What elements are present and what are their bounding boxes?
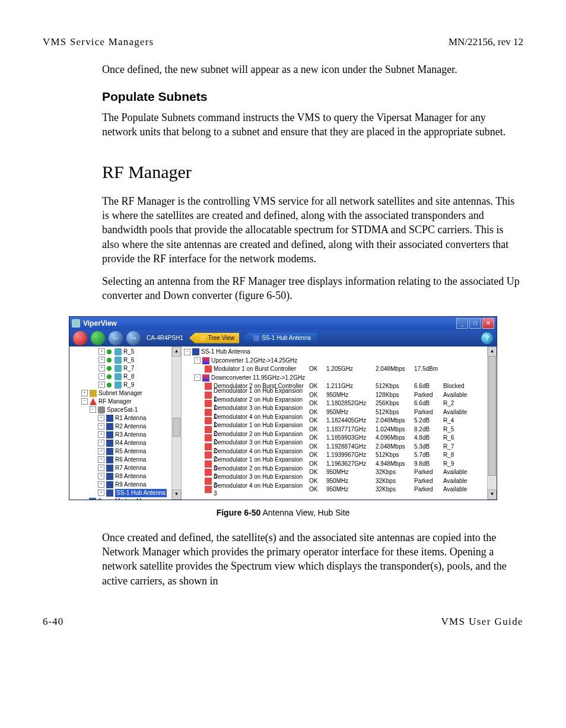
tree-node-r6-antenna[interactable]: +R6 Antenna <box>71 456 181 464</box>
antenna-icon <box>106 473 113 480</box>
list-item-status: OK <box>309 417 325 425</box>
list-item-alloc: R_6 <box>443 434 476 442</box>
list-item[interactable]: Demodulator 4 on Hub Expansion 3OK950MHz… <box>184 485 497 494</box>
expand-icon[interactable]: + <box>98 348 105 355</box>
expand-icon[interactable]: + <box>98 357 105 363</box>
tree-node-r8-antenna[interactable]: +R8 Antenna <box>71 472 181 481</box>
antenna-icon <box>106 440 113 447</box>
list-item-rate: 512Kbps <box>376 408 412 417</box>
toolbar-button-2[interactable] <box>91 331 105 345</box>
close-button[interactable]: × <box>482 318 494 329</box>
list-item-rate: 256Kbps <box>376 399 412 408</box>
expand-icon[interactable]: + <box>81 390 88 396</box>
list-item[interactable]: Modulator 1 on Burst Controller OK 1.205… <box>184 365 497 374</box>
expand-icon[interactable]: + <box>98 448 104 454</box>
tree-node-r9-antenna[interactable]: +R9 Antenna <box>71 481 181 489</box>
collapse-icon[interactable]: − <box>81 398 88 405</box>
tree-node-r8[interactable]: +R_8 <box>71 373 181 381</box>
list-item-db: Parked <box>414 408 441 417</box>
tree-scrollbar[interactable]: ▲ ▼ <box>171 346 181 500</box>
tree-node-r5[interactable]: +R_5 <box>71 348 181 356</box>
tree-node-r5-antenna[interactable]: +R5 Antenna <box>71 447 181 456</box>
toolbar-button-1[interactable] <box>73 331 87 345</box>
tree-node-subnet-manager[interactable]: +Subnet Manager <box>71 389 181 398</box>
list-scrollbar[interactable]: ▲ ▼ <box>487 346 497 500</box>
tree-icon <box>200 335 206 341</box>
list-item-status: OK <box>309 399 325 408</box>
tree-node-spacesat-1[interactable]: −SpaceSat-1 <box>71 406 181 414</box>
list-item-status: OK <box>309 391 325 399</box>
list-item-rate: 128Kbps <box>376 391 412 399</box>
window-titlebar[interactable]: ViperView _ □ × <box>69 317 497 330</box>
collapse-icon[interactable]: − <box>194 357 201 364</box>
list-item-alloc: R_9 <box>443 460 476 468</box>
tree-node-snmp-manager[interactable]: Snmp Modem Manager <box>71 497 181 500</box>
scroll-up-icon[interactable]: ▲ <box>488 346 497 357</box>
forward-button[interactable]: → <box>126 331 141 345</box>
expand-icon[interactable]: + <box>98 465 104 471</box>
list-upconverter[interactable]: − Upconverter 1.2GHz->14.25GHz <box>184 356 497 365</box>
scroll-down-icon[interactable]: ▼ <box>488 489 497 500</box>
breadcrumb-root[interactable]: CA-4R4PSH1 <box>144 334 186 342</box>
collapse-icon[interactable]: − <box>90 406 96 413</box>
list-root[interactable]: − SS-1 Hub Antenna <box>184 348 497 357</box>
expand-icon[interactable]: + <box>98 440 104 446</box>
collapse-icon[interactable]: − <box>194 374 201 381</box>
tree-node-r7[interactable]: +R_7 <box>71 364 181 373</box>
expand-icon[interactable]: + <box>98 365 105 371</box>
tree-node-r4-antenna[interactable]: +R4 Antenna <box>71 439 181 447</box>
antenna-icon <box>106 456 113 463</box>
list-item-freq: 950MHz <box>326 477 374 485</box>
expand-icon[interactable]: + <box>98 423 104 430</box>
list-item-rate: 2.048Mbps <box>376 365 412 373</box>
app-icon <box>72 319 80 328</box>
tree-node-r9[interactable]: +R_9 <box>71 381 181 389</box>
expand-icon[interactable]: + <box>98 431 104 438</box>
minimize-button[interactable]: _ <box>456 318 468 329</box>
list-downconverter-label: Downconverter 11.95GHz->1.2GHz <box>211 374 305 382</box>
expand-icon[interactable]: + <box>98 382 105 388</box>
maximize-button[interactable]: □ <box>469 318 481 329</box>
tree-label: R9 Antenna <box>115 481 146 489</box>
tree-node-r1-antenna[interactable]: +R1 Antenna <box>71 414 181 422</box>
tree-node-r2-antenna[interactable]: +R2 Antenna <box>71 422 181 431</box>
scroll-down-icon[interactable]: ▼ <box>172 489 181 500</box>
help-button[interactable]: ? <box>481 332 493 344</box>
scroll-up-icon[interactable]: ▲ <box>172 346 181 357</box>
list-item-alloc: R_5 <box>443 425 476 434</box>
closing-paragraph: Once created and defined, the satellite(… <box>102 530 523 588</box>
breadcrumb-treeview[interactable]: Tree View <box>189 333 239 344</box>
status-dot-icon <box>107 383 112 387</box>
tree-node-r6[interactable]: +R_6 <box>71 356 181 364</box>
expand-icon[interactable]: + <box>98 489 104 496</box>
list-item-rate: 512Kbps <box>376 451 412 459</box>
tree-node-r7-antenna[interactable]: +R7 Antenna <box>71 464 181 472</box>
scroll-thumb[interactable] <box>488 356 496 476</box>
collapse-icon[interactable]: − <box>184 349 190 355</box>
scroll-thumb[interactable] <box>173 418 180 437</box>
list-item-freq: 950MHz <box>326 468 374 476</box>
list-downconverter[interactable]: − Downconverter 11.95GHz->1.2GHz <box>184 373 497 382</box>
list-item-db: 5.7dB <box>414 451 441 459</box>
lead-paragraph: Once defined, the new subnet will appear… <box>102 62 523 77</box>
expand-icon[interactable]: + <box>98 373 105 380</box>
tree-label: RF Manager <box>98 398 132 406</box>
list-item-rate: 32Kbps <box>376 468 412 476</box>
expand-icon[interactable]: + <box>98 473 104 479</box>
breadcrumb-leaf[interactable]: SS-1 Hub Antenna <box>243 333 317 344</box>
antenna-icon <box>106 415 113 422</box>
tree-node-rf-manager[interactable]: −RF Manager <box>71 398 181 406</box>
expand-icon[interactable]: + <box>98 456 104 463</box>
tree-node-hub-antenna[interactable]: +SS-1 Hub Antenna <box>71 489 181 497</box>
list-item-alloc: Available <box>443 477 476 485</box>
list-item-alloc: Available <box>443 485 476 494</box>
list-item-freq: 1.1802852GHz <box>326 399 374 408</box>
expand-icon[interactable]: + <box>98 415 104 421</box>
tree-node-r3-antenna[interactable]: +R3 Antenna <box>71 431 181 439</box>
expand-icon[interactable]: + <box>98 481 104 488</box>
back-button[interactable]: ← <box>109 331 123 345</box>
toolbar: ← → CA-4R4PSH1 Tree View SS-1 Hub Antenn… <box>69 330 497 346</box>
list-item-status: OK <box>309 468 325 476</box>
device-icon <box>205 486 212 493</box>
list-item-status: OK <box>309 443 325 451</box>
